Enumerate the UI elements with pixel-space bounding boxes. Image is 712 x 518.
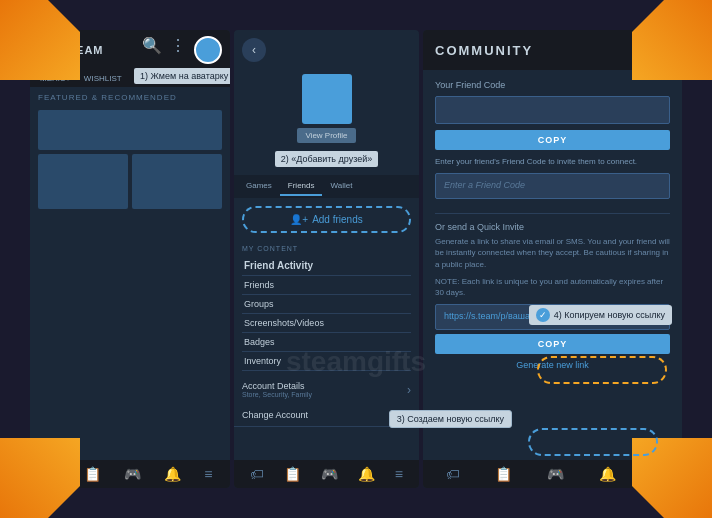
controller-icon[interactable]: 🎮 <box>124 466 141 482</box>
friend-code-input[interactable] <box>435 96 670 124</box>
gift-decoration-tl <box>0 0 80 80</box>
screenshots-item[interactable]: Screenshots/Videos <box>242 314 411 333</box>
step4-text: 4) Копируем новую ссылку <box>554 310 665 320</box>
featured-label: FEATURED & RECOMMENDED <box>30 87 230 106</box>
generate-link-button[interactable]: Generate new link <box>435 358 670 372</box>
profile-section: View Profile <box>234 70 419 151</box>
gift-decoration-tr <box>632 0 712 80</box>
note-text: NOTE: Each link is unique to you and aut… <box>435 276 670 298</box>
enter-code-input[interactable]: Enter a Friend Code <box>435 173 670 199</box>
more-icon[interactable]: ⋮ <box>170 36 186 64</box>
avatar[interactable] <box>194 36 222 64</box>
friend-code-section: Your Friend Code COPY Enter your friend'… <box>435 70 670 205</box>
inventory-item[interactable]: Inventory <box>242 352 411 371</box>
step3-tooltip: 3) Создаем новую ссылку <box>389 410 512 428</box>
account-details-label: Account Details <box>242 381 312 391</box>
friends-tab[interactable]: Friends <box>280 177 323 196</box>
controller-icon-m[interactable]: 🎮 <box>321 466 338 482</box>
quick-invite-section: Or send a Quick Invite Generate a link t… <box>435 222 670 372</box>
friends-item[interactable]: Friends <box>242 276 411 295</box>
wallet-tab[interactable]: Wallet <box>322 177 360 196</box>
bell-icon-m[interactable]: 🔔 <box>358 466 375 482</box>
menu-icon[interactable]: ≡ <box>204 466 212 482</box>
friend-tabs: Games Friends Wallet <box>234 175 419 198</box>
tag-icon-r[interactable]: 🏷 <box>446 466 460 482</box>
list-icon-m[interactable]: 📋 <box>284 466 301 482</box>
your-friend-code-label: Your Friend Code <box>435 80 670 90</box>
badges-item[interactable]: Badges <box>242 333 411 352</box>
tag-icon-m[interactable]: 🏷 <box>250 466 264 482</box>
account-details-sub: Store, Security, Family <box>242 391 312 398</box>
add-icon: 👤+ <box>290 214 308 225</box>
groups-item[interactable]: Groups <box>242 295 411 314</box>
my-content-section: MY CONTENT Friend Activity Friends Group… <box>234 241 419 375</box>
account-details-item[interactable]: Account Details Store, Security, Family … <box>234 375 419 404</box>
right-panel-content: Your Friend Code COPY Enter your friend'… <box>423 70 682 460</box>
account-details-text: Account Details Store, Security, Family <box>242 381 312 398</box>
bell-icon-r[interactable]: 🔔 <box>599 466 616 482</box>
chevron-right-icon: › <box>407 383 411 397</box>
check-icon: ✓ <box>536 308 550 322</box>
menu-icon-m[interactable]: ≡ <box>395 466 403 482</box>
step1-tooltip: 1) Жмем на аватарку <box>134 68 230 84</box>
back-button[interactable]: ‹ <box>242 38 266 62</box>
featured-grid <box>30 106 230 213</box>
content-area: FEATURED & RECOMMENDED <box>30 87 230 460</box>
invite-description: Enter your friend's Friend Code to invit… <box>435 156 670 167</box>
controller-icon-r[interactable]: 🎮 <box>547 466 564 482</box>
add-friends-button[interactable]: 👤+ Add friends <box>242 206 411 233</box>
copy-button-1[interactable]: COPY <box>435 130 670 150</box>
quick-invite-desc: Generate a link to share via email or SM… <box>435 236 670 270</box>
view-profile-button[interactable]: View Profile <box>297 128 355 143</box>
bell-icon[interactable]: 🔔 <box>164 466 181 482</box>
left-panel: STEAM 🔍 ⋮ 1) Жмем на аватарку МЕНЮ▾ WISH… <box>30 30 230 488</box>
featured-item-wide <box>38 110 222 150</box>
search-icon[interactable]: 🔍 <box>142 36 162 64</box>
steam-header-icons: 🔍 ⋮ 1) Жмем на аватарку <box>142 36 222 64</box>
middle-bottom-nav: 🏷 📋 🎮 🔔 ≡ <box>234 460 419 488</box>
list-icon[interactable]: 📋 <box>84 466 101 482</box>
step4-tooltip: ✓ 4) Копируем новую ссылку <box>529 305 672 325</box>
profile-avatar <box>302 74 352 124</box>
featured-item-2 <box>132 154 222 209</box>
avatar-container: 1) Жмем на аватарку <box>194 36 222 64</box>
wishlist-tab[interactable]: WISHLIST <box>78 70 128 87</box>
quick-invite-title: Or send a Quick Invite <box>435 222 670 232</box>
featured-item-1 <box>38 154 128 209</box>
main-container: STEAM 🔍 ⋮ 1) Жмем на аватарку МЕНЮ▾ WISH… <box>30 30 682 488</box>
copy-button-2[interactable]: COPY <box>435 334 670 354</box>
list-icon-r[interactable]: 📋 <box>495 466 512 482</box>
gift-decoration-br <box>632 438 712 518</box>
friend-activity-item[interactable]: Friend Activity <box>242 256 411 276</box>
add-friends-label: Add friends <box>312 214 363 225</box>
divider <box>435 213 670 214</box>
gift-decoration-bl <box>0 438 80 518</box>
community-title: COMMUNITY <box>435 43 533 58</box>
step2-tooltip: 2) «Добавить друзей» <box>275 151 379 167</box>
games-tab[interactable]: Games <box>238 177 280 196</box>
my-content-label: MY CONTENT <box>242 245 411 252</box>
